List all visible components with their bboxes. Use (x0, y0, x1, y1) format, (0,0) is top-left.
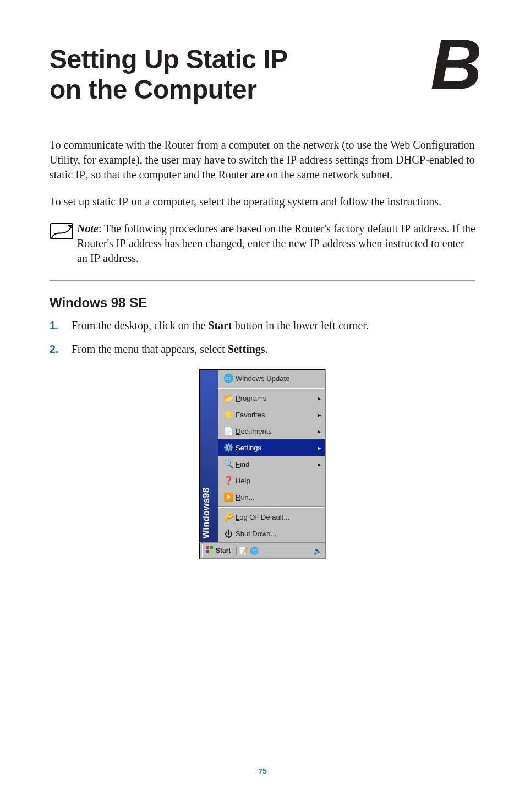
menu-item-label: Programs (236, 394, 314, 402)
quick-launch: 📝 🌐 (236, 547, 261, 555)
menu-item-label: Find (236, 460, 314, 468)
search-icon: 🔍 (221, 459, 236, 469)
submenu-arrow-icon: ▸ (314, 394, 321, 402)
title-line-1: Setting Up Static IP (50, 45, 288, 74)
page-header: Setting Up Static IP on the Computer B (50, 44, 475, 105)
star-icon: ⭐ (221, 410, 236, 419)
start-menu-stripe: Windows98 (200, 370, 218, 542)
start-button: Start (202, 544, 234, 557)
note-icon (50, 221, 74, 266)
svg-rect-1 (206, 546, 209, 549)
volume-icon: 🔊 (313, 547, 322, 555)
menu-item-label: Documents (236, 427, 314, 435)
step-1: 1. From the desktop, click on the Start … (50, 318, 475, 333)
submenu-arrow-icon: ▸ (314, 411, 321, 419)
menu-item-documents: 📄 Documents ▸ (218, 423, 325, 439)
menu-item-windows-update: 🌐 Windows Update (218, 370, 325, 386)
appendix-letter: B (430, 29, 481, 100)
intro-para-1: To communicate with the Router from a co… (50, 138, 475, 182)
section-separator (50, 280, 475, 281)
note-label: Note (77, 222, 99, 235)
menu-item-label: Settings (236, 444, 314, 452)
start-menu-items: 🌐 Windows Update 📂 Programs ▸ ⭐ Favorite… (218, 370, 325, 542)
menu-item-shutdown: ⏻ Shut Down... (218, 525, 325, 542)
menu-item-help: ❓ Help (218, 472, 325, 489)
start-button-label: Start (216, 547, 231, 554)
note-callout: Note: The following procedures are based… (50, 221, 475, 266)
step-number: 1. (50, 318, 62, 333)
page-title: Setting Up Static IP on the Computer (50, 44, 475, 105)
step-text: From the desktop, click on the Start but… (72, 318, 369, 333)
system-tray: 🔊 (310, 547, 325, 555)
menu-item-label: Favorites (236, 411, 314, 419)
folder-icon: 📂 (221, 393, 236, 403)
menu-item-label: Shut Down... (236, 530, 314, 538)
intro-para-2: To set up static IP on a computer, selec… (50, 194, 475, 209)
menu-item-label: Help (236, 477, 314, 485)
menu-item-label: Run... (236, 493, 314, 502)
svg-rect-2 (210, 546, 213, 549)
step-text: From the menu that appears, select Setti… (72, 342, 268, 357)
svg-rect-4 (210, 550, 213, 553)
quick-launch-icon: 📝 (239, 547, 248, 555)
menu-item-label: Log Off Default... (236, 513, 314, 521)
menu-separator (218, 506, 325, 508)
help-icon: ❓ (221, 476, 236, 486)
start-menu-screenshot: Windows98 🌐 Windows Update 📂 Programs ▸ … (199, 369, 326, 559)
globe-icon: 🌐 (221, 373, 236, 383)
page-number: 75 (0, 767, 525, 776)
menu-item-settings: ⚙️ Settings ▸ (218, 439, 325, 456)
gear-icon: ⚙️ (221, 443, 236, 453)
run-icon: ▶️ (221, 492, 236, 502)
power-icon: ⏻ (221, 529, 236, 538)
svg-rect-3 (206, 550, 209, 553)
menu-item-programs: 📂 Programs ▸ (218, 390, 325, 406)
menu-item-run: ▶️ Run... (218, 489, 325, 505)
start-menu: Windows98 🌐 Windows Update 📂 Programs ▸ … (199, 369, 326, 543)
menu-separator (218, 388, 325, 389)
submenu-arrow-icon: ▸ (314, 460, 321, 468)
taskbar: Start 📝 🌐 🔊 (199, 543, 326, 559)
quick-launch-icon: 🌐 (250, 547, 259, 555)
menu-item-favorites: ⭐ Favorites ▸ (218, 406, 325, 423)
menu-item-find: 🔍 Find ▸ (218, 456, 325, 472)
step-2: 2. From the menu that appears, select Se… (50, 342, 475, 357)
menu-item-label: Windows Update (236, 374, 314, 383)
windows-logo-icon (206, 546, 214, 555)
menu-item-logoff: 🔑 Log Off Default... (218, 509, 325, 525)
note-text: Note: The following procedures are based… (77, 221, 475, 266)
title-line-2: on the Computer (50, 75, 256, 104)
submenu-arrow-icon: ▸ (314, 427, 321, 435)
document-icon: 📄 (221, 426, 236, 436)
steps-list: 1. From the desktop, click on the Start … (50, 318, 475, 357)
step-number: 2. (50, 342, 62, 357)
key-icon: 🔑 (221, 512, 236, 522)
section-heading: Windows 98 SE (50, 295, 475, 310)
submenu-arrow-icon: ▸ (314, 444, 321, 452)
